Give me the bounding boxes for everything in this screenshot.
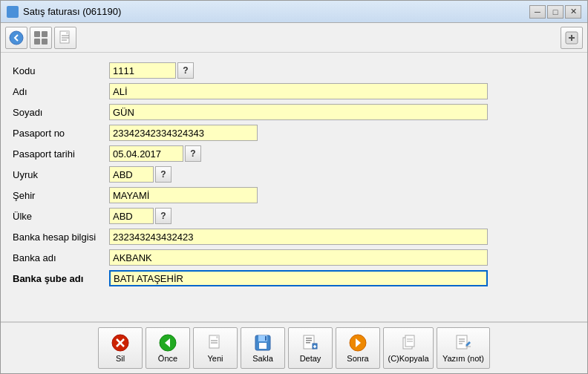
yazim-label: Yazım (not) xyxy=(442,354,484,363)
adi-label: Adı xyxy=(13,86,109,97)
sil-icon xyxy=(111,333,130,352)
svg-point-0 xyxy=(10,31,23,45)
toolbar-back-button[interactable] xyxy=(5,27,27,49)
grid-icon xyxy=(33,30,49,46)
window-title: Satış faturası (061190) xyxy=(23,6,121,17)
yeni-label: Yeni xyxy=(207,354,223,363)
banka-hesap-row: Banka hesap bilgisi xyxy=(13,228,575,246)
svg-rect-39 xyxy=(457,335,467,349)
title-bar: Satış faturası (061190) ─ □ ✕ xyxy=(1,1,587,23)
minimize-button[interactable]: ─ xyxy=(529,5,546,19)
banka-sube-row: Banka şube adı xyxy=(13,269,575,287)
ulke-field-group: ? xyxy=(109,208,172,224)
uyruk-field-group: ? xyxy=(109,166,172,183)
svg-rect-29 xyxy=(306,342,310,344)
sakla-button[interactable]: Sakla xyxy=(241,327,285,369)
svg-rect-3 xyxy=(34,39,40,45)
sakla-label: Sakla xyxy=(252,354,273,363)
ulke-input[interactable] xyxy=(109,208,154,224)
sehir-label: Şehir xyxy=(13,190,109,201)
once-icon xyxy=(158,333,177,352)
sakla-icon xyxy=(253,333,272,352)
kopyala-button[interactable]: (C)Kopyala xyxy=(383,327,434,369)
sonra-icon xyxy=(348,333,368,352)
svg-rect-25 xyxy=(265,336,267,341)
yazim-button[interactable]: Yazım (not) xyxy=(437,327,490,369)
maximize-button[interactable]: □ xyxy=(547,5,564,19)
sonra-label: Sonra xyxy=(347,354,368,363)
banka-adi-row: Banka adı xyxy=(13,249,575,266)
pasaport-tarihi-row: Pasaport tarihi ? xyxy=(13,145,575,163)
svg-rect-24 xyxy=(259,343,267,349)
banka-adi-label: Banka adı xyxy=(13,252,109,263)
once-button[interactable]: Önce xyxy=(146,327,190,369)
svg-rect-4 xyxy=(42,39,48,45)
ulke-label: Ülke xyxy=(13,211,109,222)
sonra-button[interactable]: Sonra xyxy=(336,327,380,369)
kodu-row: Kodu ? xyxy=(13,62,575,79)
adi-input[interactable] xyxy=(109,83,488,99)
kodu-field-group: ? xyxy=(109,62,194,79)
pasaport-tarihi-label: Pasaport tarihi xyxy=(13,148,109,160)
pasaport-no-label: Pasaport no xyxy=(13,128,109,139)
pasaport-tarihi-input[interactable] xyxy=(109,145,183,162)
banka-hesap-input[interactable] xyxy=(109,229,488,245)
extra-icon xyxy=(564,30,580,46)
soyadi-label: Soyadı xyxy=(13,107,109,118)
toolbar-grid-button[interactable] xyxy=(30,27,52,49)
pasaport-tarihi-lookup-button[interactable]: ? xyxy=(185,145,201,162)
title-bar-controls: ─ □ ✕ xyxy=(529,5,581,19)
uyruk-input[interactable] xyxy=(109,166,154,183)
soyadi-row: Soyadı xyxy=(13,103,575,121)
svg-rect-28 xyxy=(306,340,312,341)
toolbar-right-area xyxy=(561,27,583,49)
toolbar-extra-button[interactable] xyxy=(561,27,583,49)
detay-icon xyxy=(301,333,320,352)
svg-rect-1 xyxy=(34,31,40,37)
svg-rect-19 xyxy=(216,335,219,338)
form-content: Kodu ? Adı Soyadı Pasaport no Pasaport t… xyxy=(1,53,587,321)
banka-sube-label: Banka şube adı xyxy=(13,273,109,284)
toolbar xyxy=(1,23,587,53)
banka-sube-input[interactable] xyxy=(109,270,488,286)
title-bar-left: Satış faturası (061190) xyxy=(7,6,121,18)
window-icon xyxy=(7,6,19,18)
once-label: Önce xyxy=(158,354,177,363)
pasaport-no-row: Pasaport no xyxy=(13,124,575,142)
kodu-input[interactable] xyxy=(109,62,176,79)
soyadi-input[interactable] xyxy=(109,104,488,120)
svg-rect-6 xyxy=(66,31,69,34)
close-button[interactable]: ✕ xyxy=(565,5,581,19)
kopyala-label: (C)Kopyala xyxy=(388,354,428,363)
kopyala-icon xyxy=(399,333,418,352)
detay-button[interactable]: Detay xyxy=(288,327,333,369)
sehir-input[interactable] xyxy=(109,187,258,203)
yazim-icon xyxy=(454,333,473,352)
banka-adi-input[interactable] xyxy=(109,249,488,266)
pasaport-tarihi-field-group: ? xyxy=(109,145,201,162)
yeni-icon xyxy=(206,333,225,352)
svg-rect-2 xyxy=(42,31,48,37)
yeni-button[interactable]: Yeni xyxy=(193,327,238,369)
toolbar-doc-button[interactable] xyxy=(54,27,76,49)
bottom-action-bar: Sil Önce Yeni xyxy=(1,321,587,373)
banka-hesap-label: Banka hesap bilgisi xyxy=(13,232,109,243)
main-window: Satış faturası (061190) ─ □ ✕ xyxy=(0,0,588,374)
pasaport-no-input[interactable] xyxy=(109,125,258,141)
sil-button[interactable]: Sil xyxy=(98,327,143,369)
sehir-row: Şehir xyxy=(13,186,575,204)
detay-label: Detay xyxy=(300,354,321,363)
svg-rect-27 xyxy=(306,338,312,339)
kodu-label: Kodu xyxy=(13,65,109,76)
document-icon xyxy=(57,30,74,46)
uyruk-lookup-button[interactable]: ? xyxy=(155,166,172,183)
back-icon xyxy=(8,30,24,46)
uyruk-row: Uyruk ? xyxy=(13,165,575,183)
sil-label: Sil xyxy=(116,354,125,363)
ulke-lookup-button[interactable]: ? xyxy=(155,208,172,224)
kodu-lookup-button[interactable]: ? xyxy=(177,62,194,79)
adi-row: Adı xyxy=(13,82,575,100)
ulke-row: Ülke ? xyxy=(13,207,575,225)
uyruk-label: Uyruk xyxy=(13,169,109,180)
